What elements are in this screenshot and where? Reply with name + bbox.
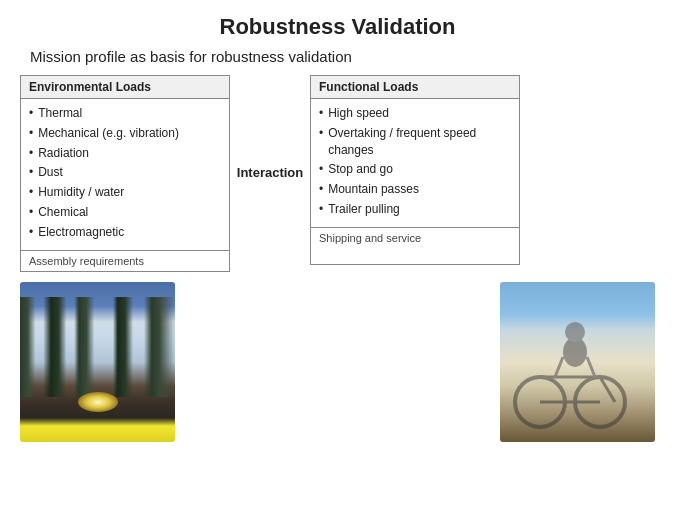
motorcycle-image bbox=[500, 282, 655, 442]
list-item: Humidity / water bbox=[29, 184, 221, 201]
functional-loads-table: Functional Loads High speed Overtaking /… bbox=[310, 75, 520, 265]
environmental-loads-body: Thermal Mechanical (e.g. vibration) Radi… bbox=[21, 99, 229, 250]
list-item: Trailer pulling bbox=[319, 201, 511, 218]
functional-loads-footer: Shipping and service bbox=[311, 227, 519, 248]
functional-loads-header: Functional Loads bbox=[311, 76, 519, 99]
list-item: Radiation bbox=[29, 145, 221, 162]
images-row bbox=[0, 272, 675, 442]
svg-point-3 bbox=[565, 322, 585, 342]
functional-loads-list: High speed Overtaking / frequent speed c… bbox=[319, 105, 511, 218]
interaction-label: Interaction bbox=[230, 75, 310, 180]
list-item: Electromagnetic bbox=[29, 224, 221, 241]
list-item: Mountain passes bbox=[319, 181, 511, 198]
list-item: Thermal bbox=[29, 105, 221, 122]
functional-loads-body: High speed Overtaking / frequent speed c… bbox=[311, 99, 519, 227]
environmental-loads-header: Environmental Loads bbox=[21, 76, 229, 99]
page-title: Robustness Validation bbox=[0, 0, 675, 48]
list-item: Chemical bbox=[29, 204, 221, 221]
list-item: Dust bbox=[29, 164, 221, 181]
environmental-loads-footer: Assembly requirements bbox=[21, 250, 229, 271]
list-item: Stop and go bbox=[319, 161, 511, 178]
list-item: Overtaking / frequent speed changes bbox=[319, 125, 511, 159]
main-content: Environmental Loads Thermal Mechanical (… bbox=[0, 75, 675, 272]
list-item: High speed bbox=[319, 105, 511, 122]
environmental-loads-table: Environmental Loads Thermal Mechanical (… bbox=[20, 75, 230, 272]
subtitle: Mission profile as basis for robustness … bbox=[0, 48, 675, 75]
list-item: Mechanical (e.g. vibration) bbox=[29, 125, 221, 142]
environmental-loads-list: Thermal Mechanical (e.g. vibration) Radi… bbox=[29, 105, 221, 241]
winter-car-image bbox=[20, 282, 175, 442]
